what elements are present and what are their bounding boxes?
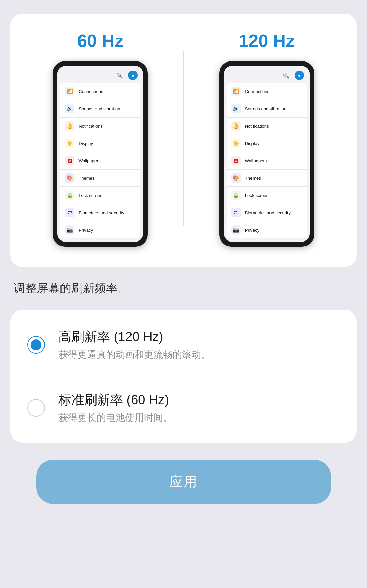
standard-refresh-option[interactable]: 标准刷新率 (60 Hz) 获得更长的电池使用时间。: [10, 376, 357, 439]
themes-icon: 🎨: [65, 173, 74, 183]
biometrics-label: Biometrics and security: [78, 210, 124, 215]
wallpapers-label: Wallpapers: [78, 158, 101, 163]
high-refresh-radio-inner: [31, 339, 41, 350]
right-hz-label: 120 Hz: [239, 31, 295, 51]
connections-label: Connections: [245, 89, 269, 94]
left-search-icon: 🔍: [115, 71, 124, 80]
left-settings-list: 📶 Connections 🔉 Sounds and vibration 🔔 N…: [60, 83, 140, 238]
sounds-label: Sounds and vibration: [78, 106, 120, 111]
notif-icon: 🔔: [231, 121, 241, 131]
themes-label: Themes: [245, 176, 261, 181]
privacy-label: Privacy: [245, 228, 260, 233]
comparison-card: 60 Hz 🔍 ● 📶 Connections 🔉 Sounds and vib…: [10, 14, 357, 267]
list-item: 🔒 Lock screen: [227, 187, 307, 204]
left-phone-header: 🔍 ●: [57, 66, 143, 83]
notifications-label: Notifications: [78, 124, 103, 129]
lock-icon: 🔒: [65, 191, 74, 200]
biometrics-label: Biometrics and security: [245, 210, 291, 215]
apply-button[interactable]: 应用: [36, 460, 331, 504]
themes-label: Themes: [78, 176, 94, 181]
list-item: 🖼 Wallpapers: [227, 152, 307, 170]
left-avatar-icon: ●: [128, 71, 138, 80]
wallpapers-label: Wallpapers: [245, 158, 267, 163]
left-phone-screen: 🔍 ● 📶 Connections 🔉 Sounds and vibration…: [57, 66, 143, 242]
themes-icon: 🎨: [231, 173, 241, 183]
sounds-label: Sounds and vibration: [245, 106, 286, 111]
display-icon: ☀️: [231, 139, 241, 148]
right-settings-list: 📶 Connections 🔉 Sounds and vibration 🔔 N…: [227, 83, 307, 238]
options-card: 高刷新率 (120 Hz) 获得更逼真的动画和更流畅的滚动。 标准刷新率 (60…: [10, 310, 357, 443]
list-item: ☀️ Display: [227, 135, 307, 152]
vertical-divider: [183, 51, 184, 226]
high-refresh-title: 高刷新率 (120 Hz): [58, 328, 211, 345]
wifi-icon: 📶: [65, 87, 74, 96]
list-item: 📶 Connections: [60, 83, 140, 100]
wallpaper-icon: 🖼: [231, 156, 241, 165]
connections-label: Connections: [78, 89, 103, 94]
standard-refresh-radio[interactable]: [27, 399, 45, 417]
privacy-icon: 📷: [65, 225, 74, 235]
list-item: 🔉 Sounds and vibration: [60, 100, 140, 118]
privacy-label: Privacy: [78, 228, 93, 233]
display-label: Display: [245, 141, 260, 146]
list-item: 🎨 Themes: [60, 170, 140, 187]
list-item: 🔔 Notifications: [60, 118, 140, 135]
standard-refresh-title: 标准刷新率 (60 Hz): [58, 391, 173, 409]
lock-icon: 🔒: [231, 191, 241, 200]
display-label: Display: [78, 141, 93, 146]
notif-icon: 🔔: [65, 121, 74, 131]
high-refresh-option[interactable]: 高刷新率 (120 Hz) 获得更逼真的动画和更流畅的滚动。: [10, 313, 357, 376]
list-item: 🎨 Themes: [227, 170, 307, 187]
list-item: 🔒 Lock screen: [60, 187, 140, 204]
high-refresh-radio[interactable]: [27, 336, 45, 354]
right-phone-header: 🔍 ●: [224, 66, 310, 83]
standard-refresh-subtitle: 获得更长的电池使用时间。: [58, 411, 173, 424]
high-refresh-text: 高刷新率 (120 Hz) 获得更逼真的动画和更流畅的滚动。: [58, 328, 211, 361]
description-text: 调整屏幕的刷新频率。: [10, 267, 357, 303]
list-item: 📷 Privacy: [60, 221, 140, 238]
lock-label: Lock screen: [78, 193, 102, 198]
list-item: 🖼 Wallpapers: [60, 152, 140, 170]
right-phone-col: 120 Hz 🔍 ● 📶 Connections 🔉 Sounds and vi…: [196, 31, 337, 247]
right-avatar-icon: ●: [295, 71, 304, 80]
list-item: 🛡 Biometrics and security: [227, 204, 307, 221]
display-icon: ☀️: [65, 139, 74, 148]
right-phone-mockup: 🔍 ● 📶 Connections 🔉 Sounds and vibration…: [219, 61, 314, 247]
biometrics-icon: 🛡: [231, 208, 241, 217]
wallpaper-icon: 🖼: [65, 156, 74, 165]
list-item: 📷 Privacy: [227, 221, 307, 238]
wifi-icon: 📶: [231, 87, 241, 96]
notifications-label: Notifications: [245, 124, 269, 129]
left-hz-label: 60 Hz: [77, 31, 123, 51]
list-item: 🔉 Sounds and vibration: [227, 100, 307, 118]
left-phone-mockup: 🔍 ● 📶 Connections 🔉 Sounds and vibration…: [53, 61, 148, 247]
list-item: 🔔 Notifications: [227, 118, 307, 135]
biometrics-icon: 🛡: [65, 208, 74, 217]
sound-icon: 🔉: [231, 104, 241, 113]
left-phone-col: 60 Hz 🔍 ● 📶 Connections 🔉 Sounds and vib…: [30, 31, 171, 247]
high-refresh-subtitle: 获得更逼真的动画和更流畅的滚动。: [58, 348, 211, 361]
sound-icon: 🔉: [65, 104, 74, 113]
list-item: 📶 Connections: [227, 83, 307, 100]
list-item: ☀️ Display: [60, 135, 140, 152]
right-phone-screen: 🔍 ● 📶 Connections 🔉 Sounds and vibration…: [224, 66, 310, 242]
lock-label: Lock screen: [245, 193, 269, 198]
list-item: 🛡 Biometrics and security: [60, 204, 140, 221]
right-search-icon: 🔍: [282, 71, 291, 80]
standard-refresh-text: 标准刷新率 (60 Hz) 获得更长的电池使用时间。: [58, 391, 173, 424]
privacy-icon: 📷: [231, 225, 241, 235]
